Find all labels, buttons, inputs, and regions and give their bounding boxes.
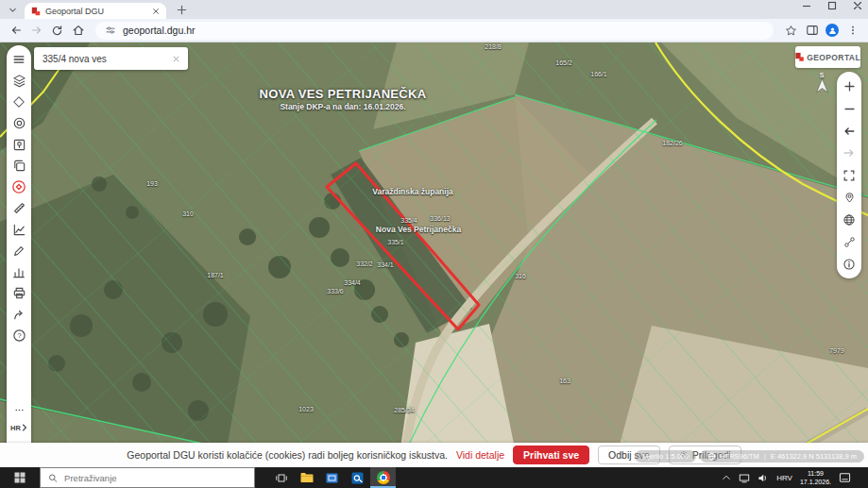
folder-icon bbox=[300, 472, 314, 483]
help-button[interactable]: ? bbox=[11, 328, 26, 344]
search-icon bbox=[48, 473, 58, 483]
profile-chart-button[interactable] bbox=[11, 222, 26, 237]
network-icon[interactable] bbox=[739, 473, 750, 483]
previous-extent-button[interactable] bbox=[842, 124, 857, 138]
task-view-button[interactable] bbox=[268, 467, 294, 488]
file-explorer-button[interactable] bbox=[294, 467, 319, 488]
taskbar-clock[interactable]: 11:59 17.1.2026. bbox=[800, 469, 831, 486]
outlook-button[interactable] bbox=[345, 467, 370, 488]
printer-icon bbox=[14, 288, 24, 297]
info-icon bbox=[844, 259, 854, 268]
zoom-in-button[interactable] bbox=[842, 79, 857, 93]
tab-search-button[interactable] bbox=[7, 4, 19, 16]
star-icon bbox=[787, 25, 796, 34]
info-button[interactable] bbox=[842, 257, 857, 271]
full-extent-button[interactable] bbox=[842, 168, 857, 182]
reload-button[interactable] bbox=[50, 24, 64, 38]
home-button[interactable] bbox=[71, 24, 85, 38]
action-center-icon[interactable] bbox=[839, 472, 851, 483]
site-info-icon[interactable] bbox=[105, 25, 116, 36]
share-location-button[interactable] bbox=[842, 235, 857, 249]
language-switcher[interactable]: HR bbox=[10, 424, 27, 432]
geoportal-favicon bbox=[31, 7, 41, 16]
address-bar[interactable]: geoportal.dgu.hr bbox=[95, 22, 774, 40]
more-tools-button[interactable] bbox=[11, 402, 26, 417]
chevron-down-icon bbox=[8, 5, 18, 15]
tools-sidebar: ? HR bbox=[7, 45, 31, 458]
window-close-button[interactable] bbox=[853, 1, 862, 10]
start-button[interactable] bbox=[0, 467, 40, 488]
profile-avatar[interactable] bbox=[825, 24, 839, 37]
clock-time: 11:59 bbox=[808, 469, 824, 478]
back-button[interactable] bbox=[9, 24, 23, 38]
browser-toolbar: geoportal.dgu.hr bbox=[0, 19, 868, 42]
cookie-details-link[interactable]: Vidi detalje bbox=[456, 449, 504, 461]
parcel-search-tool-active[interactable] bbox=[11, 179, 26, 194]
basemap-button[interactable] bbox=[842, 212, 857, 227]
tab-close-icon[interactable] bbox=[152, 8, 160, 15]
identify-button[interactable] bbox=[11, 116, 26, 131]
kebab-menu-icon bbox=[847, 25, 859, 36]
geoportal-logo[interactable]: GEOPORTAL bbox=[795, 46, 860, 68]
bar-chart-icon bbox=[14, 269, 25, 278]
map-canvas[interactable]: Varaždinska županijaNova Ves Petrijanečk… bbox=[0, 42, 868, 467]
search-input[interactable] bbox=[43, 54, 167, 64]
chrome-taskbar-button[interactable] bbox=[370, 467, 396, 488]
language-label: HR bbox=[10, 424, 21, 432]
aerial-map-image bbox=[0, 42, 868, 467]
spatial-select-button[interactable] bbox=[11, 94, 26, 109]
draw-button[interactable] bbox=[11, 244, 26, 259]
menu-button[interactable] bbox=[11, 52, 26, 67]
back-icon bbox=[12, 27, 20, 33]
taskbar-search-input[interactable] bbox=[64, 473, 247, 483]
clear-search-icon[interactable] bbox=[173, 55, 179, 63]
share-button[interactable] bbox=[11, 307, 26, 322]
accept-all-button[interactable]: Prihvati sve bbox=[513, 446, 589, 464]
window-maximize-button[interactable] bbox=[827, 1, 837, 10]
person-icon bbox=[828, 26, 837, 35]
hamburger-icon bbox=[14, 57, 24, 62]
side-panel-button[interactable] bbox=[805, 24, 819, 38]
arrow-right-icon bbox=[844, 150, 853, 156]
share-arrow-icon bbox=[14, 311, 21, 318]
system-tray: HRV 11:59 17.1.2026. bbox=[722, 467, 868, 488]
scale-text: Mjerilo 1:5.000 bbox=[642, 452, 689, 461]
browser-menu-button[interactable] bbox=[845, 24, 859, 38]
diamond-icon bbox=[14, 97, 25, 108]
outlook-icon bbox=[351, 472, 364, 484]
map-search-box[interactable] bbox=[34, 47, 188, 70]
geoportal-logo-text: GEOPORTAL bbox=[807, 53, 860, 62]
next-extent-button[interactable] bbox=[842, 146, 857, 160]
input-language-indicator[interactable]: HRV bbox=[776, 474, 792, 482]
volume-icon[interactable] bbox=[757, 473, 769, 483]
cookie-message: Geoportal DGU koristi kolačiće (cookies)… bbox=[127, 449, 448, 461]
more-dots-icon bbox=[13, 404, 26, 416]
parcel-search-icon bbox=[13, 181, 25, 193]
location-pin-icon bbox=[846, 194, 853, 202]
task-view-icon bbox=[275, 472, 288, 484]
forward-button[interactable] bbox=[29, 24, 43, 38]
taskbar-search-box[interactable] bbox=[40, 467, 255, 488]
geoportal-logo-icon bbox=[795, 51, 804, 63]
chevron-right-icon bbox=[22, 424, 27, 431]
measure-button[interactable] bbox=[11, 201, 26, 216]
zoom-out-button[interactable] bbox=[842, 102, 857, 116]
windows-logo-icon bbox=[14, 472, 26, 483]
statistics-button[interactable] bbox=[11, 264, 26, 279]
taskbar-apps bbox=[268, 467, 396, 488]
print-button[interactable] bbox=[11, 286, 26, 301]
browser-tab[interactable]: Geoportal DGU bbox=[25, 3, 166, 19]
link-icon bbox=[844, 237, 853, 245]
window-minimize-button[interactable] bbox=[802, 1, 811, 10]
globe-icon bbox=[844, 214, 854, 224]
tab-strip: Geoportal DGU bbox=[0, 0, 868, 19]
imagery-button[interactable] bbox=[11, 137, 26, 152]
hidden-icons-chevron[interactable] bbox=[722, 474, 731, 481]
compare-button[interactable] bbox=[11, 159, 26, 174]
settings-app-button[interactable] bbox=[319, 467, 345, 488]
bookmark-button[interactable] bbox=[784, 24, 798, 38]
locate-me-button[interactable] bbox=[842, 191, 857, 205]
layers-button[interactable] bbox=[11, 74, 26, 89]
new-tab-button[interactable] bbox=[176, 4, 188, 16]
arrow-left-icon bbox=[845, 127, 854, 133]
